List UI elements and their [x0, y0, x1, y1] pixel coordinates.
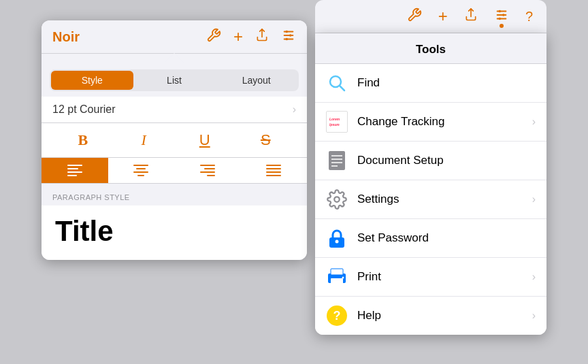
settings-icon	[326, 188, 348, 210]
help-icon: ?	[326, 305, 348, 327]
right-panel: Tools Find	[315, 33, 546, 335]
font-chevron: ›	[293, 103, 296, 116]
print-icon	[326, 266, 348, 288]
app-title: Noir	[52, 29, 194, 45]
print-label: Print	[357, 270, 523, 284]
tools-item-change-tracking[interactable]: Lorem Ipsum Change Tracking ›	[315, 103, 546, 142]
tracking-icon: Lorem Ipsum	[326, 111, 348, 133]
font-row[interactable]: 12 pt Courier ›	[42, 97, 307, 123]
tools-item-help[interactable]: ? Help ›	[315, 297, 546, 335]
svg-point-6	[285, 37, 288, 40]
svg-point-5	[289, 34, 292, 37]
italic-button[interactable]: I	[114, 129, 175, 152]
font-label: 12 pt Courier	[52, 103, 293, 116]
svg-point-4	[285, 30, 288, 33]
find-icon	[326, 72, 348, 94]
right-toolbar: + ?	[315, 0, 546, 33]
right-settings-icon[interactable]	[494, 7, 509, 25]
align-justify-button[interactable]	[241, 158, 308, 183]
svg-point-21	[334, 197, 340, 202]
tools-item-print[interactable]: Print ›	[315, 258, 546, 297]
tools-item-document-setup[interactable]: Document Setup	[315, 142, 546, 180]
share-icon[interactable]	[255, 28, 269, 46]
underline-button[interactable]: U	[174, 129, 235, 152]
settings-icon[interactable]	[281, 28, 296, 46]
tools-list: Find Lorem Ipsum Change Tracking ›	[315, 64, 546, 335]
wrench-icon[interactable]	[206, 28, 221, 46]
set-password-label: Set Password	[357, 231, 536, 245]
change-tracking-chevron: ›	[532, 116, 536, 128]
svg-point-13	[498, 18, 501, 20]
lock-icon	[326, 227, 348, 249]
segment-list[interactable]: List	[133, 71, 216, 90]
segment-layout[interactable]: Layout	[215, 71, 297, 90]
print-chevron: ›	[532, 271, 536, 283]
svg-rect-26	[331, 269, 343, 275]
svg-point-12	[502, 14, 505, 16]
align-row	[42, 158, 307, 184]
paragraph-section: PARAGRAPH STYLE	[42, 184, 307, 205]
help-label: Help	[357, 309, 523, 322]
tools-title: Tools	[416, 43, 446, 56]
popover-notch	[42, 54, 307, 63]
svg-point-14	[330, 76, 341, 87]
document-icon	[326, 150, 348, 171]
right-plus-icon[interactable]: +	[438, 7, 448, 26]
align-left-button[interactable]	[42, 158, 108, 183]
plus-icon[interactable]: +	[233, 27, 243, 46]
tools-item-set-password[interactable]: Set Password	[315, 219, 546, 258]
bold-button[interactable]: B	[52, 129, 114, 152]
tools-item-settings[interactable]: Settings ›	[315, 180, 546, 219]
title-text: Title	[55, 217, 114, 246]
align-center-button[interactable]	[108, 158, 175, 183]
svg-point-23	[336, 240, 339, 244]
settings-chevron: ›	[532, 193, 536, 205]
left-toolbar: Noir +	[42, 20, 307, 54]
svg-point-27	[342, 277, 344, 279]
screen-container: Noir +	[0, 0, 588, 364]
svg-line-15	[340, 86, 345, 91]
right-wrench-icon[interactable]	[407, 7, 422, 25]
right-share-icon[interactable]	[464, 7, 478, 25]
strikethrough-button[interactable]: S	[235, 129, 297, 152]
svg-rect-16	[329, 151, 345, 170]
title-preview: Title	[42, 205, 307, 260]
settings-label: Settings	[357, 193, 523, 206]
document-setup-label: Document Setup	[357, 154, 536, 167]
segment-bar: Style List Layout	[50, 69, 299, 91]
change-tracking-label: Change Tracking	[357, 115, 523, 129]
right-panel-wrapper: + ?	[315, 0, 546, 335]
align-right-button[interactable]	[174, 158, 241, 183]
left-panel: Noir +	[42, 20, 307, 260]
format-row: B I U S	[42, 123, 307, 158]
help-chevron: ›	[532, 310, 536, 322]
segment-style[interactable]: Style	[51, 71, 133, 90]
find-label: Find	[357, 76, 536, 90]
paragraph-label: PARAGRAPH STYLE	[52, 193, 130, 201]
help-circle: ?	[327, 305, 347, 326]
right-help-icon[interactable]: ?	[525, 9, 533, 24]
tools-header: Tools	[315, 33, 546, 64]
tools-item-find[interactable]: Find	[315, 64, 546, 103]
svg-point-11	[498, 10, 501, 13]
svg-rect-25	[331, 278, 343, 285]
